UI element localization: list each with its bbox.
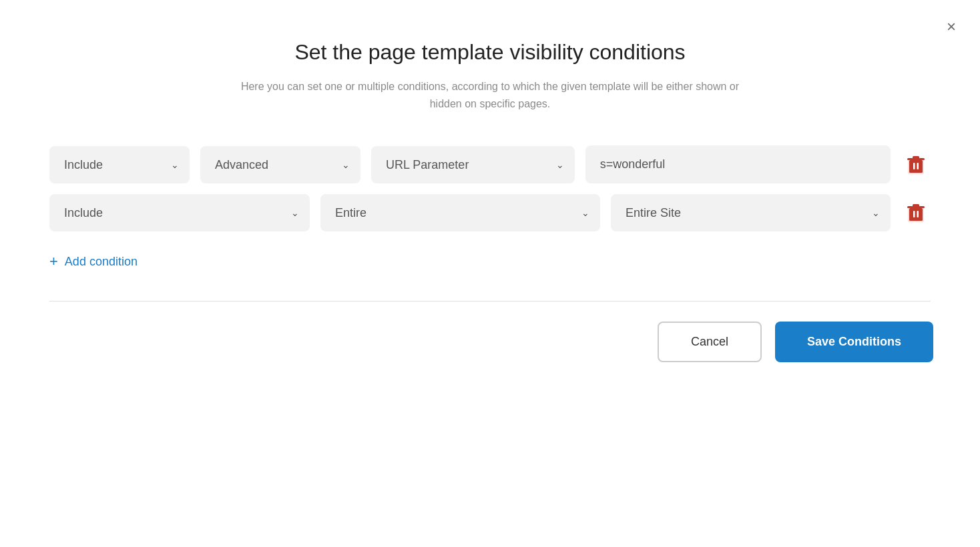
cancel-button[interactable]: Cancel xyxy=(658,322,762,362)
trash-icon xyxy=(907,154,925,175)
condition-1-value-wrapper xyxy=(585,145,891,183)
condition-1-urlparam-wrapper: URL Parameter Page Title Custom Field ⌄ xyxy=(371,146,575,183)
plus-icon: + xyxy=(49,254,58,269)
save-conditions-button[interactable]: Save Conditions xyxy=(775,322,933,362)
condition-1-advanced-select[interactable]: Advanced Simple xyxy=(200,146,360,183)
modal-title: Set the page template visibility conditi… xyxy=(294,40,685,65)
svg-rect-8 xyxy=(907,206,925,208)
svg-rect-2 xyxy=(907,158,925,160)
condition-2-delete-button[interactable] xyxy=(901,197,931,229)
condition-2-include-select[interactable]: Include Exclude xyxy=(49,194,310,231)
svg-rect-11 xyxy=(917,211,919,217)
condition-1-advanced-wrapper: Advanced Simple ⌄ xyxy=(200,146,360,183)
condition-2-entiresite-select[interactable]: Entire Site Homepage Blog xyxy=(611,194,891,231)
add-condition-label: Add condition xyxy=(65,255,138,269)
svg-rect-9 xyxy=(909,208,923,221)
conditions-container: Include Exclude ⌄ Advanced Simple ⌄ URL … xyxy=(49,145,931,274)
footer-buttons: Cancel Save Conditions xyxy=(52,322,933,362)
close-button[interactable]: × xyxy=(944,16,959,37)
divider xyxy=(49,301,931,302)
condition-1-include-select[interactable]: Include Exclude xyxy=(49,146,190,183)
condition-2-include-wrapper: Include Exclude ⌄ xyxy=(49,194,310,231)
condition-1-value-input[interactable] xyxy=(585,145,891,183)
condition-2-entire-wrapper: Entire Specific ⌄ xyxy=(320,194,600,231)
modal-container: × Set the page template visibility condi… xyxy=(0,0,980,547)
svg-rect-10 xyxy=(913,211,915,217)
svg-rect-4 xyxy=(913,163,915,169)
modal-subtitle: Here you can set one or multiple conditi… xyxy=(236,78,744,112)
condition-1-include-wrapper: Include Exclude ⌄ xyxy=(49,146,190,183)
trash-icon xyxy=(907,202,925,223)
add-condition-button[interactable]: + Add condition xyxy=(49,249,138,274)
svg-rect-5 xyxy=(917,163,919,169)
condition-2-entire-select[interactable]: Entire Specific xyxy=(320,194,600,231)
condition-2-entiresite-wrapper: Entire Site Homepage Blog ⌄ xyxy=(611,194,891,231)
condition-row-1: Include Exclude ⌄ Advanced Simple ⌄ URL … xyxy=(49,145,931,183)
svg-rect-3 xyxy=(909,160,923,173)
condition-1-urlparam-select[interactable]: URL Parameter Page Title Custom Field xyxy=(371,146,575,183)
condition-row-2: Include Exclude ⌄ Entire Specific ⌄ Enti… xyxy=(49,194,931,231)
condition-1-delete-button[interactable] xyxy=(901,149,931,181)
